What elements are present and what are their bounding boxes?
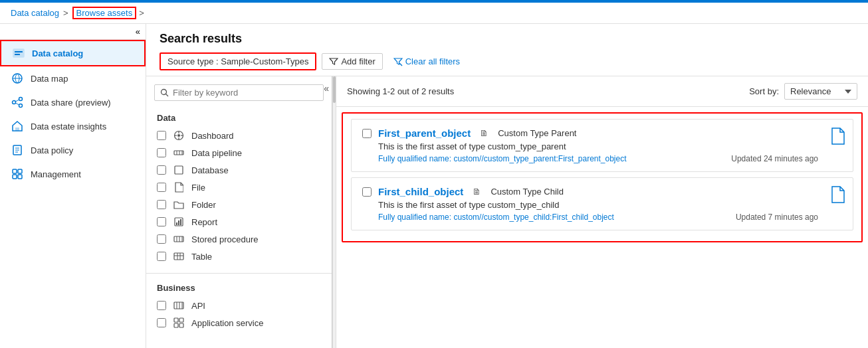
svg-rect-51 [174, 323, 178, 327]
body-split: « Data Dashboard [146, 76, 868, 348]
table-checkbox[interactable] [157, 252, 166, 261]
folder-checkbox[interactable] [157, 200, 166, 209]
breadcrumb-chevron: > [139, 8, 144, 18]
result-desc-2: This is the first asset of type custom_t… [362, 200, 842, 210]
filter-bar: Source type : Sample-Custom-Types Add fi… [160, 52, 855, 70]
api-icon [173, 300, 185, 311]
result-card-first-child: First_child_object 🗎 Custom Type Child T… [351, 177, 853, 230]
sidebar-label-data-map: Data map [31, 74, 68, 84]
filter-panel-collapse-button[interactable]: « [324, 83, 329, 94]
database-icon [173, 164, 185, 176]
result-type-label-2: Custom Type Child [490, 187, 564, 197]
filter-item-file[interactable]: File [146, 179, 332, 196]
filter-section-data: Data [146, 109, 332, 127]
sidebar-label-management: Management [31, 169, 81, 179]
sort-select[interactable]: Relevance Name Last updated [784, 83, 857, 100]
svg-rect-2 [15, 54, 20, 55]
application-service-icon [173, 317, 185, 329]
svg-rect-0 [13, 49, 24, 57]
clear-filter-icon [393, 57, 403, 66]
svg-rect-18 [18, 175, 22, 179]
filter-item-stored-procedure[interactable]: Stored procedure [146, 230, 332, 248]
active-filter-tag[interactable]: Source type : Sample-Custom-Types [160, 52, 316, 70]
add-filter-button[interactable]: Add filter [322, 53, 382, 70]
data-pipeline-icon [173, 147, 185, 159]
sort-controls: Sort by: Relevance Name Last updated [749, 83, 857, 100]
dashboard-icon [173, 130, 185, 141]
breadcrumb: Data catalog > Browse assets > [0, 3, 868, 24]
svg-rect-15 [13, 169, 17, 173]
dashboard-checkbox[interactable] [157, 131, 166, 140]
file-icon [173, 181, 185, 193]
folder-label: Folder [191, 200, 216, 210]
filter-item-data-pipeline[interactable]: Data pipeline [146, 144, 332, 161]
application-service-checkbox[interactable] [157, 318, 166, 327]
svg-rect-32 [175, 166, 183, 174]
breadcrumb-data-catalog[interactable]: Data catalog [11, 8, 59, 18]
scroll-thumb [333, 76, 336, 103]
filter-search-box[interactable] [154, 84, 324, 101]
filter-item-folder[interactable]: Folder [146, 196, 332, 213]
clear-all-filters-button[interactable]: Clear all filters [388, 54, 465, 69]
filter-panel: « Data Dashboard [146, 76, 332, 348]
filter-item-dashboard[interactable]: Dashboard [146, 127, 332, 144]
filter-item-table[interactable]: Table [146, 248, 332, 265]
data-map-icon [11, 72, 24, 85]
svg-rect-10 [15, 128, 19, 131]
svg-point-23 [177, 134, 180, 137]
file-checkbox[interactable] [157, 183, 166, 192]
sidebar-item-data-catalog[interactable]: Data catalog [0, 40, 146, 66]
filter-icon [329, 57, 338, 66]
filter-item-api[interactable]: API [146, 297, 332, 314]
svg-rect-35 [178, 220, 179, 225]
result-checkbox-1[interactable] [362, 129, 372, 138]
svg-point-6 [19, 104, 23, 108]
data-pipeline-checkbox[interactable] [157, 148, 166, 157]
result-title-1[interactable]: First_parent_object [378, 128, 471, 139]
sidebar-collapse-btn[interactable]: « [0, 24, 146, 40]
sidebar-label-data-policy: Data policy [31, 145, 73, 155]
clear-all-label: Clear all filters [405, 56, 460, 66]
content-area: Search results Source type : Sample-Cust… [146, 24, 868, 348]
management-icon [11, 167, 24, 181]
svg-line-21 [166, 94, 169, 97]
sidebar-item-data-map[interactable]: Data map [0, 66, 146, 90]
add-filter-label: Add filter [341, 56, 375, 66]
database-checkbox[interactable] [157, 165, 166, 175]
data-catalog-icon [12, 46, 25, 60]
result-doc-icon-2 [830, 186, 845, 207]
svg-point-4 [19, 98, 23, 101]
result-type-icon-2: 🗎 [473, 187, 481, 197]
result-type-label-1: Custom Type Parent [498, 128, 576, 138]
filter-item-application-service[interactable]: Application service [146, 314, 332, 331]
svg-point-5 [13, 101, 16, 104]
sidebar-label-data-share: Data share (preview) [31, 98, 111, 108]
scroll-divider [332, 76, 336, 348]
result-desc-1: This is the first asset of type custom_t… [362, 141, 842, 151]
breadcrumb-browse-assets: Browse assets [72, 7, 137, 19]
filter-item-database[interactable]: Database [146, 161, 332, 179]
svg-rect-17 [13, 175, 17, 179]
api-checkbox[interactable] [157, 301, 166, 310]
results-list: First_parent_object 🗎 Custom Type Parent… [342, 112, 863, 242]
filter-item-report[interactable]: Report [146, 213, 332, 230]
stored-procedure-checkbox[interactable] [157, 234, 166, 244]
filter-keyword-input[interactable] [173, 88, 318, 98]
folder-icon [173, 199, 185, 211]
report-checkbox[interactable] [157, 217, 166, 226]
result-checkbox-2[interactable] [362, 187, 372, 197]
svg-line-8 [15, 103, 19, 105]
result-type-icon-1: 🗎 [480, 128, 488, 138]
results-count: Showing 1-2 out of 2 results [347, 86, 454, 96]
sidebar-label-data-catalog: Data catalog [32, 48, 83, 58]
result-card-header-2: First_child_object 🗎 Custom Type Child [362, 186, 842, 197]
sidebar-item-management[interactable]: Management [0, 162, 146, 186]
sidebar-item-data-estate[interactable]: Data estate insights [0, 114, 146, 138]
svg-rect-36 [180, 219, 181, 225]
sort-label: Sort by: [749, 86, 779, 96]
sidebar-item-data-policy[interactable]: Data policy [0, 138, 146, 162]
result-title-2[interactable]: First_child_object [378, 186, 463, 197]
results-header: Showing 1-2 out of 2 results Sort by: Re… [336, 76, 868, 107]
filter-section-business: Business [146, 279, 332, 297]
sidebar-item-data-share[interactable]: Data share (preview) [0, 90, 146, 114]
